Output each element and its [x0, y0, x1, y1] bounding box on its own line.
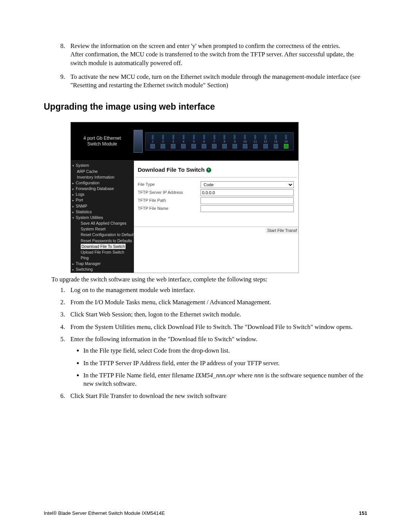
- bullet-item: In the TFTP File Name field, enter filen…: [83, 371, 367, 388]
- port-indicator: 4: [179, 135, 188, 149]
- nav-system-utilities[interactable]: System Utilities: [72, 215, 132, 220]
- nav-arp-cache[interactable]: ARP Cache: [72, 169, 132, 174]
- step9: To activate the new MCU code, turn on th…: [70, 73, 360, 89]
- nav-tree: System ARP Cache Inventory Information C…: [71, 161, 134, 272]
- port-indicator: 1: [148, 135, 157, 149]
- port-indicator: 6: [200, 135, 209, 149]
- nav-ping[interactable]: Ping: [72, 255, 132, 260]
- nav-save-applied[interactable]: Save All Applied Changes: [72, 220, 132, 226]
- nav-configuration[interactable]: Configuration: [72, 180, 132, 185]
- port-indicator: 7: [210, 135, 219, 149]
- bullet-item: In the File type field, select Code from…: [83, 347, 367, 355]
- port-indicator: 2: [159, 135, 167, 149]
- port-indicator: 8: [220, 135, 229, 149]
- nav-download-file[interactable]: Download File To Switch: [72, 244, 132, 249]
- nav-port[interactable]: Port: [72, 197, 132, 203]
- list-item: From the I/O Module Tasks menu, click Ma…: [67, 298, 367, 307]
- nav-upload-file[interactable]: Upload File From Switch: [72, 249, 132, 255]
- step8a: Review the information on the screen and…: [70, 42, 340, 50]
- port-indicator: 11: [251, 135, 260, 149]
- step8b: After confirmation, the MCU code is tran…: [70, 51, 354, 66]
- port-indicator: 10: [241, 135, 249, 149]
- nav-statistics[interactable]: Statistics: [72, 209, 132, 214]
- port-panel: 1234567891011121314: [145, 130, 298, 153]
- content-panel: Download File To Switch ? File Type Code…: [134, 161, 298, 272]
- list-item: To activate the new MCU code, turn on th…: [67, 73, 367, 90]
- tftp-path-input[interactable]: [201, 197, 294, 204]
- tftp-path-label: TFTP File Path: [134, 198, 201, 203]
- nav-snmp[interactable]: SNMP: [72, 203, 132, 209]
- nav-reset-config[interactable]: Reset Configuration to Defaults: [72, 232, 132, 237]
- list-item: Enter the following information in the "…: [67, 335, 367, 388]
- list-item: Click Start Web Session; then, logon to …: [67, 310, 367, 319]
- intro-line: To upgrade the switch software using the…: [51, 275, 367, 284]
- port-indicator: 9: [230, 135, 239, 149]
- nav-switching[interactable]: Switching: [72, 267, 132, 272]
- section-heading: Upgrading the image using web interface: [44, 101, 367, 113]
- port-indicator: 14: [282, 135, 290, 149]
- page-number: 151: [359, 510, 367, 517]
- nav-trap-manager[interactable]: Trap Manager: [72, 261, 132, 266]
- nav-system-reset[interactable]: System Reset: [72, 226, 132, 232]
- port-indicator: 13: [271, 135, 280, 149]
- port-indicator: 12: [261, 135, 270, 149]
- product-name: 4 port Gb Ethernet Switch Module: [71, 136, 134, 147]
- list-item: From the System Utilities menu, click Do…: [67, 323, 367, 331]
- tftp-name-input[interactable]: [201, 205, 294, 212]
- chassis-icon: [134, 130, 143, 153]
- tftp-ip-label: TFTP Server IP Address: [134, 190, 201, 195]
- port-indicator: 5: [190, 135, 198, 149]
- web-interface-screenshot: 4 port Gb Ethernet Switch Module 1234567…: [70, 122, 299, 273]
- tftp-name-label: TFTP File Name: [134, 206, 201, 211]
- content-title: Download File To Switch: [138, 166, 205, 174]
- nav-reset-passwords[interactable]: Reset Passwords to Defaults: [72, 238, 132, 243]
- list-item: Review the information on the screen and…: [67, 42, 367, 67]
- nav-system[interactable]: System: [72, 163, 132, 168]
- start-file-transfer-button[interactable]: Start File Transf: [266, 227, 298, 234]
- list-item: Log on to the management module web inte…: [67, 286, 367, 294]
- help-icon[interactable]: ?: [206, 168, 211, 173]
- bullet-item: In the TFTP Server IP Address field, ent…: [83, 359, 367, 367]
- footer-product: Intel® Blade Server Ethernet Switch Modu…: [44, 510, 165, 517]
- nav-forwarding-db[interactable]: Forwarding Database: [72, 186, 132, 191]
- tftp-ip-input[interactable]: [201, 189, 294, 196]
- port-indicator: 3: [169, 135, 178, 149]
- list-item: Click Start File Transfer to download th…: [67, 392, 367, 400]
- webui-header: 4 port Gb Ethernet Switch Module 1234567…: [71, 122, 298, 161]
- divider: [135, 177, 297, 177]
- nav-logs[interactable]: Logs: [72, 192, 132, 197]
- nav-inventory[interactable]: Inventory Information: [72, 174, 132, 180]
- file-type-label: File Type: [134, 182, 201, 187]
- file-type-select[interactable]: Code: [201, 181, 294, 188]
